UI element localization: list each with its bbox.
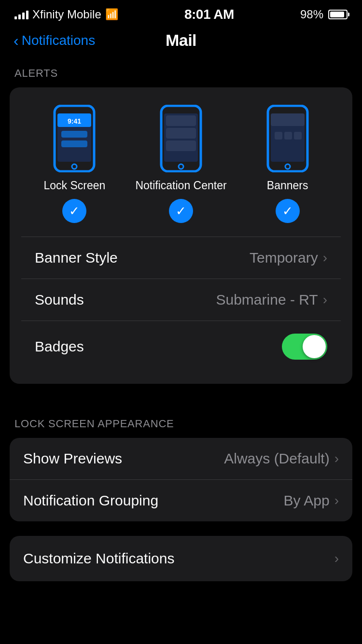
banner-style-value: Temporary › [250,250,327,266]
alert-option-notification-center[interactable]: Notification Center ✓ [128,105,235,223]
notification-grouping-row[interactable]: Notification Grouping By App › [10,480,352,521]
sounds-row[interactable]: Sounds Submarine - RT › [21,279,341,321]
svg-rect-11 [166,140,196,151]
customize-row[interactable]: Customize Notifications › [10,536,352,581]
status-bar: Xfinity Mobile 📶 8:01 AM 98% [0,0,362,26]
sounds-label: Sounds [35,292,84,308]
svg-rect-10 [166,128,196,139]
back-button[interactable]: ‹ Notifications [14,33,95,48]
alert-icons-row: 9:41 Lock Screen ✓ [21,105,341,223]
back-label: Notifications [22,33,96,48]
alerts-section-label: ALERTS [0,67,362,87]
wifi-icon: 📶 [105,8,118,21]
badges-row[interactable]: Badges [21,321,341,372]
notification-center-check[interactable]: ✓ [169,199,193,223]
alert-option-banners[interactable]: Banners ✓ [234,105,341,223]
badges-label: Badges [35,338,84,355]
signal-bars-icon [14,10,28,19]
banners-phone-icon [266,105,309,172]
customize-chevron-icon: › [334,551,339,566]
svg-rect-15 [271,113,305,126]
lock-screen-check[interactable]: ✓ [62,199,86,223]
notification-grouping-chevron-icon: › [334,493,339,508]
status-right: 98% [300,8,348,21]
banner-style-label: Banner Style [35,250,118,266]
customize-label: Customize Notifications [23,550,174,567]
show-previews-chevron-icon: › [334,451,339,466]
svg-rect-17 [284,132,292,140]
badges-toggle[interactable] [282,334,327,360]
svg-text:9:41: 9:41 [68,117,81,125]
lock-screen-appearance-label: LOCK SCREEN APPEARANCE [0,418,362,438]
show-previews-label: Show Previews [23,450,122,467]
back-chevron-icon: ‹ [14,33,19,48]
svg-rect-4 [61,131,87,138]
svg-rect-18 [294,132,302,140]
toggle-knob [303,335,326,358]
lock-screen-appearance-card: Show Previews Always (Default) › Notific… [10,438,352,521]
svg-point-6 [72,164,77,169]
banner-style-chevron-icon: › [323,250,327,266]
nav-bar: ‹ Notifications Mail [0,26,362,57]
show-previews-current: Always (Default) [224,450,329,467]
show-previews-row[interactable]: Show Previews Always (Default) › [10,438,352,479]
svg-rect-9 [166,115,196,126]
notification-grouping-value: By App › [284,492,339,509]
notification-center-label: Notification Center [135,179,226,192]
page-title: Mail [166,31,196,50]
banners-label: Banners [267,179,308,192]
notification-grouping-label: Notification Grouping [23,492,158,509]
status-left: Xfinity Mobile 📶 [14,8,118,21]
lock-screen-phone-icon: 9:41 [53,105,96,172]
notification-center-phone-icon [159,105,203,172]
svg-rect-5 [61,140,87,147]
alerts-card: 9:41 Lock Screen ✓ [10,87,352,384]
sounds-current: Submarine - RT [216,292,318,308]
notification-grouping-current: By App [284,492,330,509]
sounds-chevron-icon: › [323,292,327,308]
status-time: 8:01 AM [184,7,234,22]
carrier-label: Xfinity Mobile [32,8,101,21]
svg-point-12 [179,164,183,169]
banner-style-current: Temporary [250,250,318,266]
sounds-value: Submarine - RT › [216,292,327,308]
svg-rect-16 [275,132,282,140]
banners-check[interactable]: ✓ [276,199,300,223]
svg-point-19 [285,164,290,169]
banner-style-row[interactable]: Banner Style Temporary › [21,237,341,279]
lock-screen-label: Lock Screen [43,179,105,192]
battery-icon [328,10,348,19]
section-gap [0,384,362,408]
battery-percentage: 98% [300,8,323,21]
alert-option-lock-screen[interactable]: 9:41 Lock Screen ✓ [21,105,128,223]
show-previews-value: Always (Default) › [224,450,339,467]
customize-notifications-card[interactable]: Customize Notifications › [10,536,352,581]
